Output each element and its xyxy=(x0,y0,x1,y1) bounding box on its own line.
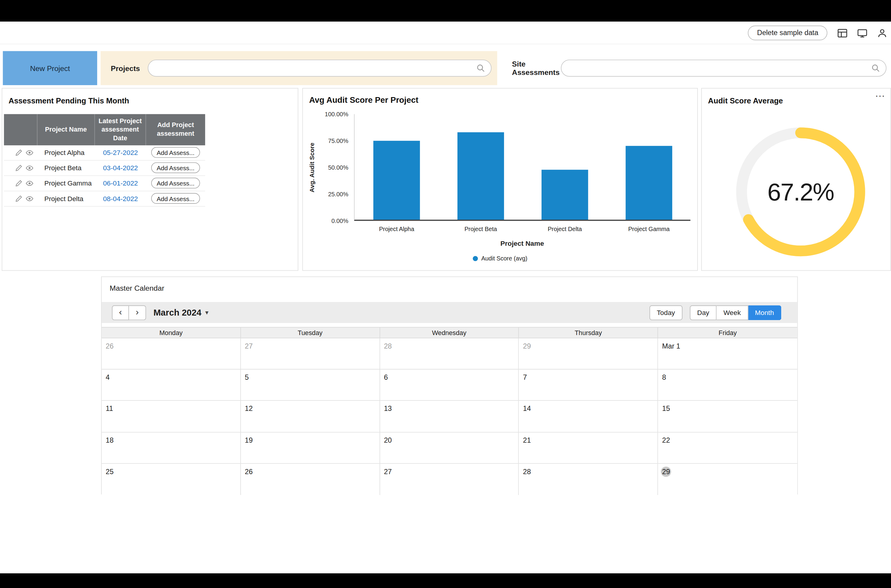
edit-icon[interactable] xyxy=(15,195,23,202)
calendar-cell[interactable]: 18 xyxy=(102,432,241,464)
calendar-cell[interactable]: 4 xyxy=(102,369,241,401)
day-number: 18 xyxy=(105,436,113,444)
calendar-cell[interactable]: 28 xyxy=(519,464,658,495)
action-cell: Add Assess... xyxy=(146,162,205,173)
edit-icon[interactable] xyxy=(15,164,23,172)
day-number: 29 xyxy=(523,342,531,350)
calendar-cell[interactable]: 14 xyxy=(519,401,658,432)
assessment-date-link[interactable]: 03-04-2022 xyxy=(103,164,138,172)
calendar-title: Master Calendar xyxy=(102,277,797,299)
calendar-cell[interactable]: 26 xyxy=(241,464,380,495)
calendar-cell[interactable]: 27 xyxy=(241,338,380,370)
calendar-cell[interactable]: 29 xyxy=(658,464,798,495)
day-header: Friday xyxy=(658,328,798,338)
add-assessment-button[interactable]: Add Assess... xyxy=(151,147,200,158)
calendar-cell[interactable]: 28 xyxy=(380,338,519,370)
view-icon[interactable] xyxy=(26,179,34,187)
next-month-button[interactable]: › xyxy=(129,305,146,320)
y-tick-label: 25.00% xyxy=(328,190,348,198)
more-options-icon[interactable]: ⋯ xyxy=(873,89,887,103)
table-view-icon[interactable] xyxy=(837,28,848,38)
calendar-cell[interactable]: 20 xyxy=(380,432,519,464)
x-tick-label: Project Alpha xyxy=(355,225,439,232)
projects-search xyxy=(148,60,491,77)
projects-filter-panel: Projects xyxy=(101,51,497,85)
calendar-cell[interactable]: 19 xyxy=(241,432,380,464)
caret-down-icon: ▾ xyxy=(206,309,209,316)
calendar-grid: 26272829Mar 1456781112131415181920212225… xyxy=(102,338,797,495)
assessment-date-cell: 08-04-2022 xyxy=(95,195,146,202)
projects-search-input[interactable] xyxy=(148,60,491,77)
assessment-date-link[interactable]: 06-01-2022 xyxy=(103,179,138,187)
calendar-cell[interactable]: 25 xyxy=(102,464,241,495)
day-number: 5 xyxy=(245,374,249,382)
day-view-button[interactable]: Day xyxy=(690,305,717,320)
view-icon[interactable] xyxy=(26,164,34,172)
calendar-cell[interactable]: 11 xyxy=(102,401,241,432)
delete-sample-data-button[interactable]: Delete sample data xyxy=(748,26,828,40)
calendar-cell[interactable]: Mar 1 xyxy=(658,338,798,370)
prev-month-button[interactable]: ‹ xyxy=(112,305,129,320)
assessment-date-link[interactable]: 05-27-2022 xyxy=(103,148,138,157)
app-toolbar: Delete sample data xyxy=(0,22,891,44)
column-header-blank xyxy=(4,114,38,146)
chart-title: Avg Audit Score Per Project xyxy=(303,88,697,104)
search-icon xyxy=(476,63,485,72)
site-assessments-search-input[interactable] xyxy=(561,60,886,77)
audit-score-average-panel: Audit Score Average ⋯ 67.2% xyxy=(701,88,891,271)
day-header: Thursday xyxy=(519,328,658,338)
day-number: 8 xyxy=(662,374,666,382)
calendar-cell[interactable]: 21 xyxy=(519,432,658,464)
today-button[interactable]: Today xyxy=(650,305,682,320)
calendar-cell[interactable]: 26 xyxy=(102,338,241,370)
calendar-day-headers: MondayTuesdayWednesdayThursdayFriday xyxy=(102,327,797,338)
bar[interactable] xyxy=(458,132,504,220)
y-tick-label: 0.00% xyxy=(331,217,348,224)
screen: Delete sample data New Project Projects xyxy=(0,0,891,588)
calendar-cell[interactable]: 22 xyxy=(658,432,798,464)
bar[interactable] xyxy=(542,170,588,220)
site-assessments-filter-panel: Site Assessments xyxy=(503,51,891,85)
new-project-button[interactable]: New Project xyxy=(3,51,97,85)
assessment-date-cell: 05-27-2022 xyxy=(95,148,146,157)
calendar-cell[interactable]: 12 xyxy=(241,401,380,432)
calendar-cell[interactable]: 29 xyxy=(519,338,658,370)
calendar-cell[interactable]: 5 xyxy=(241,369,380,401)
pending-table-body: Project Alpha05-27-2022Add Assess...Proj… xyxy=(4,146,205,207)
row-actions xyxy=(4,179,38,187)
calendar-nav: ‹ › xyxy=(112,305,146,320)
calendar-cell[interactable]: 13 xyxy=(380,401,519,432)
week-view-button[interactable]: Week xyxy=(717,305,748,320)
row-actions xyxy=(4,195,38,202)
day-number: 25 xyxy=(105,468,113,476)
edit-icon[interactable] xyxy=(15,179,23,187)
gauge-chart: 67.2% xyxy=(733,124,869,260)
display-icon[interactable] xyxy=(857,28,868,38)
add-assessment-button[interactable]: Add Assess... xyxy=(151,162,200,173)
calendar-cell[interactable]: 27 xyxy=(380,464,519,495)
calendar-cell[interactable]: 8 xyxy=(658,369,798,401)
day-number: 14 xyxy=(523,405,531,413)
project-name: Project Gamma xyxy=(38,179,95,187)
action-cell: Add Assess... xyxy=(146,147,205,158)
add-assessment-button[interactable]: Add Assess... xyxy=(151,193,200,204)
bar[interactable] xyxy=(626,146,672,220)
day-number: 12 xyxy=(245,405,253,413)
calendar-cell[interactable]: 7 xyxy=(519,369,658,401)
calendar-cell[interactable]: 15 xyxy=(658,401,798,432)
add-assessment-button[interactable]: Add Assess... xyxy=(151,178,200,189)
month-selector[interactable]: March 2024 ▾ xyxy=(153,308,208,318)
view-icon[interactable] xyxy=(26,148,34,157)
view-icon[interactable] xyxy=(26,195,34,202)
bar[interactable] xyxy=(373,141,420,220)
user-icon[interactable] xyxy=(877,28,888,38)
search-icon xyxy=(871,63,880,72)
edit-icon[interactable] xyxy=(15,148,23,157)
day-number: Mar 1 xyxy=(662,342,680,350)
assessment-date-link[interactable]: 08-04-2022 xyxy=(103,195,138,202)
chart-legend: Audit Score (avg) xyxy=(303,255,697,262)
month-view-button[interactable]: Month xyxy=(748,305,781,320)
row-actions xyxy=(4,164,38,172)
panel-title: Assessment Pending This Month xyxy=(2,88,298,105)
calendar-cell[interactable]: 6 xyxy=(380,369,519,401)
